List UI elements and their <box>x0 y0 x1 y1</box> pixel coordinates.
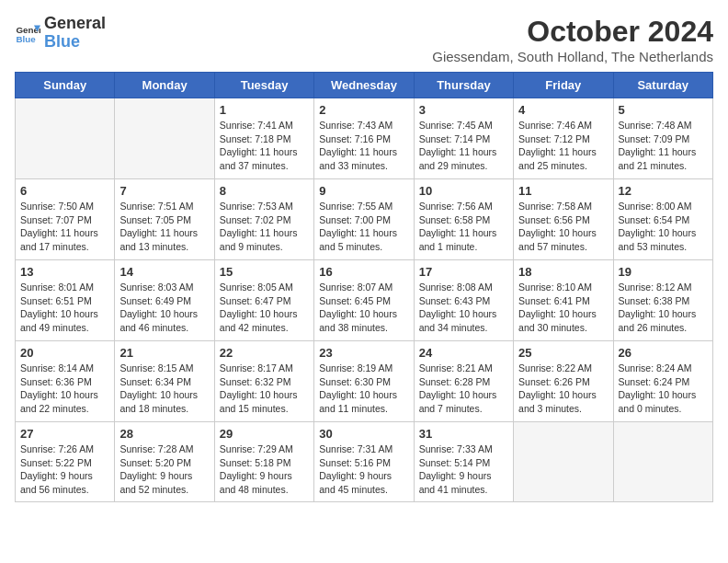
calendar-cell: 31Sunrise: 7:33 AMSunset: 5:14 PMDayligh… <box>414 422 513 502</box>
day-info: Sunrise: 8:00 AMSunset: 6:54 PMDaylight:… <box>619 200 708 254</box>
calendar-week-1: 1Sunrise: 7:41 AMSunset: 7:18 PMDaylight… <box>16 98 713 179</box>
day-info: Sunrise: 7:45 AMSunset: 7:14 PMDaylight:… <box>419 119 508 173</box>
month-title: October 2024 <box>432 15 713 49</box>
day-header-tuesday: Tuesday <box>214 73 313 98</box>
day-info: Sunrise: 8:24 AMSunset: 6:24 PMDaylight:… <box>619 362 708 416</box>
day-info: Sunrise: 7:53 AMSunset: 7:02 PMDaylight:… <box>220 200 309 254</box>
day-number: 27 <box>20 427 109 441</box>
day-info: Sunrise: 8:08 AMSunset: 6:43 PMDaylight:… <box>419 281 508 335</box>
day-info: Sunrise: 8:12 AMSunset: 6:38 PMDaylight:… <box>619 281 708 335</box>
calendar-cell: 26Sunrise: 8:24 AMSunset: 6:24 PMDayligh… <box>613 341 712 422</box>
calendar-cell <box>16 98 115 179</box>
day-info: Sunrise: 8:10 AMSunset: 6:41 PMDaylight:… <box>518 281 608 335</box>
day-number: 25 <box>518 346 608 360</box>
title-block: October 2024 Giessendam, South Holland, … <box>432 15 713 64</box>
day-number: 31 <box>419 427 508 441</box>
day-number: 12 <box>619 184 708 198</box>
calendar-cell <box>115 98 214 179</box>
calendar-cell: 16Sunrise: 8:07 AMSunset: 6:45 PMDayligh… <box>314 260 414 341</box>
calendar-cell: 21Sunrise: 8:15 AMSunset: 6:34 PMDayligh… <box>115 341 214 422</box>
day-number: 2 <box>319 103 408 117</box>
calendar-cell: 19Sunrise: 8:12 AMSunset: 6:38 PMDayligh… <box>613 260 712 341</box>
day-number: 14 <box>119 265 209 279</box>
day-number: 10 <box>419 184 508 198</box>
calendar-cell: 15Sunrise: 8:05 AMSunset: 6:47 PMDayligh… <box>214 260 313 341</box>
day-info: Sunrise: 8:22 AMSunset: 6:26 PMDaylight:… <box>518 362 608 416</box>
day-header-thursday: Thursday <box>414 73 513 98</box>
calendar-cell: 24Sunrise: 8:21 AMSunset: 6:28 PMDayligh… <box>414 341 513 422</box>
day-info: Sunrise: 7:26 AMSunset: 5:22 PMDaylight:… <box>20 442 109 497</box>
day-number: 8 <box>220 184 309 198</box>
calendar-cell: 12Sunrise: 8:00 AMSunset: 6:54 PMDayligh… <box>613 179 712 260</box>
day-info: Sunrise: 8:14 AMSunset: 6:36 PMDaylight:… <box>20 362 109 416</box>
calendar-cell: 22Sunrise: 8:17 AMSunset: 6:32 PMDayligh… <box>214 341 313 422</box>
day-info: Sunrise: 8:07 AMSunset: 6:45 PMDaylight:… <box>319 281 408 335</box>
calendar-cell: 17Sunrise: 8:08 AMSunset: 6:43 PMDayligh… <box>414 260 513 341</box>
logo-text: General Blue <box>44 15 106 52</box>
day-number: 13 <box>20 265 109 279</box>
calendar-cell: 10Sunrise: 7:56 AMSunset: 6:58 PMDayligh… <box>414 179 513 260</box>
day-number: 26 <box>619 346 708 360</box>
day-number: 11 <box>518 184 608 198</box>
calendar-cell: 11Sunrise: 7:58 AMSunset: 6:56 PMDayligh… <box>514 179 613 260</box>
calendar-cell: 1Sunrise: 7:41 AMSunset: 7:18 PMDaylight… <box>214 98 313 179</box>
day-number: 22 <box>220 346 309 360</box>
day-info: Sunrise: 7:50 AMSunset: 7:07 PMDaylight:… <box>20 200 109 254</box>
day-info: Sunrise: 7:33 AMSunset: 5:14 PMDaylight:… <box>419 442 508 497</box>
svg-text:Blue: Blue <box>16 34 36 44</box>
day-header-sunday: Sunday <box>16 73 115 98</box>
calendar-cell: 8Sunrise: 7:53 AMSunset: 7:02 PMDaylight… <box>214 179 313 260</box>
day-info: Sunrise: 8:17 AMSunset: 6:32 PMDaylight:… <box>220 362 309 416</box>
calendar-week-2: 6Sunrise: 7:50 AMSunset: 7:07 PMDaylight… <box>16 179 713 260</box>
day-number: 23 <box>319 346 408 360</box>
calendar-cell: 20Sunrise: 8:14 AMSunset: 6:36 PMDayligh… <box>16 341 115 422</box>
day-info: Sunrise: 7:43 AMSunset: 7:16 PMDaylight:… <box>319 119 408 173</box>
day-number: 20 <box>20 346 109 360</box>
day-info: Sunrise: 7:29 AMSunset: 5:18 PMDaylight:… <box>220 442 309 497</box>
day-number: 19 <box>619 265 708 279</box>
calendar-header-row: SundayMondayTuesdayWednesdayThursdayFrid… <box>16 73 713 98</box>
day-header-saturday: Saturday <box>613 73 712 98</box>
calendar-cell: 3Sunrise: 7:45 AMSunset: 7:14 PMDaylight… <box>414 98 513 179</box>
day-info: Sunrise: 7:51 AMSunset: 7:05 PMDaylight:… <box>119 200 209 254</box>
day-number: 3 <box>419 103 508 117</box>
calendar-cell <box>613 422 712 502</box>
calendar-cell: 4Sunrise: 7:46 AMSunset: 7:12 PMDaylight… <box>514 98 613 179</box>
calendar-cell: 25Sunrise: 8:22 AMSunset: 6:26 PMDayligh… <box>514 341 613 422</box>
day-header-wednesday: Wednesday <box>314 73 414 98</box>
day-info: Sunrise: 8:15 AMSunset: 6:34 PMDaylight:… <box>119 362 209 416</box>
calendar-cell: 6Sunrise: 7:50 AMSunset: 7:07 PMDaylight… <box>16 179 115 260</box>
day-number: 28 <box>119 427 209 441</box>
location: Giessendam, South Holland, The Netherlan… <box>432 49 713 64</box>
day-info: Sunrise: 7:48 AMSunset: 7:09 PMDaylight:… <box>619 119 708 173</box>
day-info: Sunrise: 8:05 AMSunset: 6:47 PMDaylight:… <box>220 281 309 335</box>
day-info: Sunrise: 7:46 AMSunset: 7:12 PMDaylight:… <box>518 119 608 173</box>
calendar-cell: 9Sunrise: 7:55 AMSunset: 7:00 PMDaylight… <box>314 179 414 260</box>
day-header-monday: Monday <box>115 73 214 98</box>
day-header-friday: Friday <box>514 73 613 98</box>
calendar-cell <box>514 422 613 502</box>
day-info: Sunrise: 8:19 AMSunset: 6:30 PMDaylight:… <box>319 362 408 416</box>
day-info: Sunrise: 7:28 AMSunset: 5:20 PMDaylight:… <box>119 442 209 497</box>
day-number: 30 <box>319 427 408 441</box>
calendar-cell: 5Sunrise: 7:48 AMSunset: 7:09 PMDaylight… <box>613 98 712 179</box>
day-info: Sunrise: 8:21 AMSunset: 6:28 PMDaylight:… <box>419 362 508 416</box>
calendar-cell: 13Sunrise: 8:01 AMSunset: 6:51 PMDayligh… <box>16 260 115 341</box>
day-info: Sunrise: 8:03 AMSunset: 6:49 PMDaylight:… <box>119 281 209 335</box>
calendar-cell: 30Sunrise: 7:31 AMSunset: 5:16 PMDayligh… <box>314 422 414 502</box>
calendar-cell: 23Sunrise: 8:19 AMSunset: 6:30 PMDayligh… <box>314 341 414 422</box>
day-number: 24 <box>419 346 508 360</box>
day-info: Sunrise: 7:58 AMSunset: 6:56 PMDaylight:… <box>518 200 608 254</box>
logo-icon: General Blue <box>15 20 40 46</box>
day-number: 1 <box>220 103 309 117</box>
day-number: 7 <box>119 184 209 198</box>
calendar-week-4: 20Sunrise: 8:14 AMSunset: 6:36 PMDayligh… <box>16 341 713 422</box>
day-number: 17 <box>419 265 508 279</box>
day-info: Sunrise: 8:01 AMSunset: 6:51 PMDaylight:… <box>20 281 109 335</box>
day-info: Sunrise: 7:56 AMSunset: 6:58 PMDaylight:… <box>419 200 508 254</box>
day-info: Sunrise: 7:55 AMSunset: 7:00 PMDaylight:… <box>319 200 408 254</box>
day-info: Sunrise: 7:31 AMSunset: 5:16 PMDaylight:… <box>319 442 408 497</box>
day-number: 16 <box>319 265 408 279</box>
calendar-cell: 28Sunrise: 7:28 AMSunset: 5:20 PMDayligh… <box>115 422 214 502</box>
calendar-cell: 18Sunrise: 8:10 AMSunset: 6:41 PMDayligh… <box>514 260 613 341</box>
